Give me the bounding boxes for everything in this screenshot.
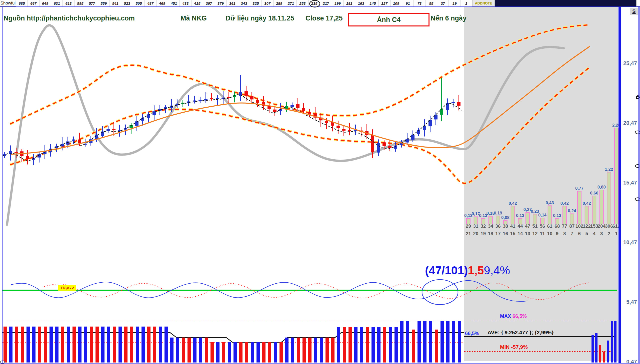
countdown-cell-505[interactable]: 505	[133, 0, 145, 6]
countdown-cell-433[interactable]: 433	[180, 0, 191, 6]
countdown-cell-469[interactable]: 469	[156, 0, 168, 6]
countdown-cell-379[interactable]: 379	[215, 0, 227, 6]
countdown-cell-19[interactable]: 19	[449, 0, 461, 6]
mini-axis-row2: 14	[518, 231, 523, 236]
showful-button[interactable]: Showful	[0, 0, 16, 6]
histogram-bar	[303, 338, 306, 362]
image-annotation-box: Ảnh C4	[348, 13, 430, 26]
histogram-bar	[170, 338, 173, 362]
bottom-border-line	[0, 363, 640, 364]
countdown-cell-415[interactable]: 415	[191, 0, 203, 6]
left-percentage-label: 66,5%	[465, 330, 479, 336]
mini-axis-row1: 61	[547, 224, 553, 229]
histogram-bar	[452, 321, 455, 362]
histogram-bar	[101, 326, 105, 362]
projection-divider-line[interactable]	[618, 7, 621, 363]
price-axis-label-5,47: 5,47	[622, 299, 637, 305]
mini-bar-value: 0,42	[583, 201, 591, 206]
mini-axis-row2: 16	[503, 231, 508, 236]
countdown-cell-109[interactable]: 109	[390, 0, 402, 6]
countdown-cell-289[interactable]: 289	[274, 0, 285, 6]
addnote-button[interactable]: ADDNOTE	[472, 0, 495, 6]
mini-axis-row2: 11	[540, 231, 545, 236]
countdown-cell-343[interactable]: 343	[238, 0, 250, 6]
countdown-cell-199[interactable]: 199	[332, 0, 344, 6]
projection-zone	[464, 7, 618, 361]
countdown-cell-541[interactable]: 541	[109, 0, 121, 6]
mini-axis-row2: 20	[473, 231, 479, 236]
countdown-cell-235[interactable]: 235	[309, 0, 320, 6]
countdown-cell-325[interactable]: 325	[250, 0, 262, 6]
countdown-cell-253[interactable]: 253	[297, 0, 309, 6]
mini-bar-value: 0,13	[479, 213, 487, 218]
countdown-cell-37[interactable]: 37	[437, 0, 449, 6]
mini-bar	[533, 214, 537, 224]
histogram-bar	[458, 321, 461, 362]
countdown-cell-397[interactable]: 397	[203, 0, 215, 6]
histogram-bar	[297, 338, 300, 362]
countdown-cell-559[interactable]: 559	[98, 0, 110, 6]
histogram-bar	[90, 326, 93, 362]
histogram-bar	[406, 321, 409, 362]
mini-axis-row1: 306	[605, 224, 613, 229]
top-toolbar: Showful 68566764963161359557755954152350…	[0, 0, 640, 7]
toolbar-corner-box[interactable]	[636, 0, 640, 6]
mini-bar	[511, 206, 515, 224]
countdown-cell-487[interactable]: 487	[145, 0, 156, 6]
countdown-cell-55[interactable]: 55	[425, 0, 437, 6]
countdown-cell-91[interactable]: 91	[402, 0, 414, 6]
histogram-bar-projection	[595, 333, 597, 362]
countdown-cell-127[interactable]: 127	[379, 0, 390, 6]
histogram-bar-projection	[603, 352, 605, 362]
countdown-cell-217[interactable]: 217	[320, 0, 332, 6]
countdown-cell-181[interactable]: 181	[343, 0, 355, 6]
histogram-bar	[164, 326, 168, 362]
histogram-bar-projection	[607, 340, 609, 362]
s-button[interactable]: S	[630, 8, 638, 15]
histogram-bar	[441, 321, 444, 362]
histogram-bar	[96, 326, 99, 362]
mini-axis-row1: 29	[466, 224, 471, 229]
countdown-cell-613[interactable]: 613	[63, 0, 75, 6]
countdown-cell-523[interactable]: 523	[121, 0, 133, 6]
countdown-cell-577[interactable]: 577	[86, 0, 98, 6]
countdown-cell-361[interactable]: 361	[227, 0, 238, 6]
mini-bar	[585, 206, 589, 224]
mini-bar	[577, 191, 581, 224]
histogram-bar	[118, 326, 122, 362]
histogram-bar	[239, 342, 243, 362]
mini-bar-value: 0,80	[597, 185, 606, 190]
countdown-cell-667[interactable]: 667	[28, 0, 40, 6]
mini-bar-value: 0,24	[568, 208, 576, 213]
main-chart-canvas: 0,1329210,1731200,1332190,1834180,193617…	[0, 0, 640, 364]
histogram-bar	[251, 342, 254, 362]
countdown-cell-1[interactable]: 1	[461, 0, 472, 6]
countdown-cell-163[interactable]: 163	[355, 0, 367, 6]
countdown-cell-73[interactable]: 73	[414, 0, 425, 6]
oscillator-circle-annotation	[422, 280, 458, 304]
countdown-cell-649[interactable]: 649	[40, 0, 51, 6]
mini-bar	[540, 218, 544, 224]
countdown-number-strip: 6856676496316135955775595415235054874694…	[16, 0, 472, 6]
cycle-count-annotation: (47/101)1,59,4%	[425, 264, 510, 277]
mini-bar	[607, 172, 611, 224]
mini-bar-value: 0,13	[553, 213, 561, 218]
histogram-bar	[78, 326, 82, 362]
mini-bar-value: 0,08	[501, 215, 510, 220]
countdown-cell-271[interactable]: 271	[285, 0, 297, 6]
data-date-label: Dữ liệu ngày 18.11.25	[226, 14, 294, 22]
close-price-label: Close 17,25	[306, 14, 343, 22]
countdown-cell-595[interactable]: 595	[75, 0, 86, 6]
countdown-cell-631[interactable]: 631	[51, 0, 63, 6]
countdown-cell-451[interactable]: 451	[168, 0, 180, 6]
mini-axis-row1: 34	[488, 224, 494, 229]
countdown-cell-145[interactable]: 145	[367, 0, 379, 6]
countdown-cell-307[interactable]: 307	[262, 0, 274, 6]
mini-axis-row2: 13	[525, 231, 530, 236]
mini-axis-row2: 6	[578, 231, 581, 236]
mini-axis-row1: 68	[554, 224, 560, 229]
histogram-bar	[343, 327, 346, 362]
mini-bar	[614, 128, 618, 224]
countdown-cell-685[interactable]: 685	[16, 0, 28, 6]
mini-axis-row1: 51	[532, 224, 538, 229]
